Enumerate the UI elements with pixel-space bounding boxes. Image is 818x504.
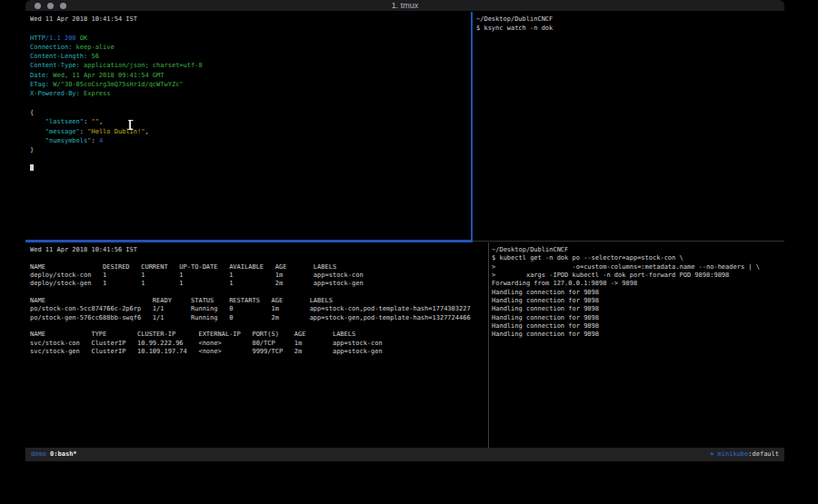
http-status-text: OK	[76, 35, 88, 42]
http-protocol: HTTP	[30, 35, 45, 42]
header-value: W/"38-05coCsrg3mQ75sHr1d/qcWTwYZc"	[49, 81, 184, 88]
terminal-window: 1. tmux Wed 11 Apr 2018 10:41:54 IST HTT…	[25, 0, 784, 461]
status-bar-right: ⎈ minikube:default	[710, 448, 779, 461]
header-name: ETag:	[30, 81, 49, 88]
http-version-code: /1.1 200	[45, 35, 76, 42]
desktop-background: 1. tmux Wed 11 Apr 2018 10:41:54 IST HTT…	[0, 0, 818, 504]
forwarding-status-line: Forwarding from 127.0.0.1:9898 -> 9898	[492, 280, 784, 288]
blank-line	[30, 289, 488, 297]
http-header-line: Date: Wed, 11 Apr 2018 09:41:54 GMT	[30, 71, 471, 80]
timestamp-line: Wed 11 Apr 2018 10:41:56 IST	[30, 246, 488, 254]
json-close-brace: }	[30, 145, 471, 154]
blank-line	[30, 322, 488, 331]
json-separator: :	[80, 128, 87, 135]
blank-line	[30, 254, 488, 262]
deployments-table-header: NAME DESIRED CURRENT UP-TO-DATE AVAILABL…	[30, 263, 488, 272]
pane-port-forward[interactable]: ~/Desktop/DublinCNCF $ kubectl get -n do…	[489, 242, 784, 448]
window-titlebar[interactable]: 1. tmux	[25, 0, 784, 12]
json-entry-line: "lastseen": "",	[30, 117, 471, 126]
json-separator: :	[91, 137, 98, 144]
header-name: Content-Length:	[30, 53, 87, 60]
http-header-line: Connection: keep-alive	[30, 43, 471, 52]
header-name: Date:	[30, 72, 49, 79]
header-value: application/json; charset=utf-8	[80, 62, 203, 69]
kube-context: minikube	[718, 450, 749, 458]
pods-table-row: po/stock-gen-576cc688bb-swqf6 1/1 Runnin…	[30, 314, 488, 322]
working-directory-line: ~/Desktop/DublinCNCF	[492, 246, 784, 254]
services-table-row: svc/stock-gen ClusterIP 10.109.197.74 <n…	[30, 348, 488, 356]
prompt-line	[30, 164, 471, 173]
json-comma: ,	[99, 118, 103, 125]
window-tab-bash[interactable]: 0:bash*	[50, 450, 77, 458]
json-string-value: "Hello Dublin!"	[87, 128, 145, 135]
command-line: $ kubectl get -n dok po --selector=app=s…	[492, 254, 784, 262]
pods-table-header: NAME READY STATUS RESTARTS AGE LABELS	[30, 297, 488, 305]
services-table-row: svc/stock-con ClusterIP 10.99.222.96 <no…	[30, 340, 488, 348]
header-name: X-Powered-By:	[30, 90, 80, 97]
http-header-line: ETag: W/"38-05coCsrg3mQ75sHr1d/qcWTwYZc"	[30, 80, 471, 89]
json-comma: ,	[145, 128, 148, 135]
blank-line	[30, 154, 471, 163]
header-name: Content-Type:	[30, 62, 80, 69]
http-header-line: Content-Length: 56	[30, 52, 471, 61]
pane-divider-horizontal-right[interactable]	[473, 241, 784, 242]
window-title: 1. tmux	[25, 0, 784, 12]
handling-connection-line: Handling connection for 9898	[492, 322, 784, 331]
json-key: "numsymbols"	[30, 137, 91, 144]
blank-line	[30, 99, 471, 108]
tmux-terminal: Wed 11 Apr 2018 10:41:54 IST HTTP/1.1 20…	[25, 12, 784, 448]
working-directory-line: ~/Desktop/DublinCNCF	[476, 15, 784, 24]
handling-connection-line: Handling connection for 9898	[492, 289, 784, 297]
session-name: demo	[31, 450, 46, 458]
header-name: Connection:	[30, 44, 72, 51]
command-line: $ ksync watch -n dok	[476, 24, 784, 33]
header-value: Express	[80, 90, 111, 97]
http-status-line: HTTP/1.1 200 OK	[30, 34, 471, 43]
pane-http-response[interactable]: Wed 11 Apr 2018 10:41:54 IST HTTP/1.1 20…	[25, 12, 471, 240]
text-cursor-pointer-icon	[127, 120, 134, 130]
header-value: Wed, 11 Apr 2018 09:41:54 GMT	[49, 72, 164, 79]
services-table-header: NAME TYPE CLUSTER-IP EXTERNAL-IP PORT(S)…	[30, 331, 488, 339]
status-bar-left: demo 0:bash*	[31, 448, 77, 461]
header-value: 56	[87, 53, 99, 60]
handling-connection-line: Handling connection for 9898	[492, 331, 784, 339]
blank-line	[30, 24, 471, 33]
pane-ksync-watch[interactable]: ~/Desktop/DublinCNCF $ ksync watch -n do…	[473, 12, 784, 240]
kubernetes-helm-icon: ⎈	[710, 450, 717, 458]
pane-kubectl-resources[interactable]: Wed 11 Apr 2018 10:41:56 IST NAME DESIRE…	[25, 242, 488, 448]
command-continuation-line: > xargs -IPOD kubectl -n dok port-forwar…	[492, 272, 784, 280]
timestamp-line: Wed 11 Apr 2018 10:41:54 IST	[30, 15, 471, 24]
json-entry-line: "numsymbols": 4	[30, 136, 471, 145]
command-continuation-line: > -o=custom-columns=:metadata.name --no-…	[492, 263, 784, 272]
json-string-value: ""	[91, 118, 98, 125]
json-key: "lastseen"	[30, 118, 84, 125]
handling-connection-line: Handling connection for 9898	[492, 305, 784, 313]
tmux-status-bar: demo 0:bash* ⎈ minikube:default	[25, 448, 784, 461]
kube-namespace: :default	[748, 450, 779, 458]
handling-connection-line: Handling connection for 9898	[492, 297, 784, 305]
handling-connection-line: Handling connection for 9898	[492, 314, 784, 322]
json-key: "message"	[30, 128, 80, 135]
json-number-value: 4	[99, 137, 103, 144]
json-open-brace: {	[30, 108, 471, 117]
deployments-table-row: deploy/stock-gen 1 1 1 1 2m app=stock-ge…	[30, 280, 488, 288]
http-header-line: Content-Type: application/json; charset=…	[30, 61, 471, 70]
header-value: keep-alive	[72, 44, 114, 51]
json-entry-line: "message": "Hello Dublin!",	[30, 127, 471, 136]
shell-cursor	[30, 164, 34, 171]
pods-table-row: po/stock-con-5cc874766c-2p6rp 1/1 Runnin…	[30, 305, 488, 313]
deployments-table-row: deploy/stock-con 1 1 1 1 1m app=stock-co…	[30, 272, 488, 280]
http-header-line: X-Powered-By: Express	[30, 89, 471, 98]
